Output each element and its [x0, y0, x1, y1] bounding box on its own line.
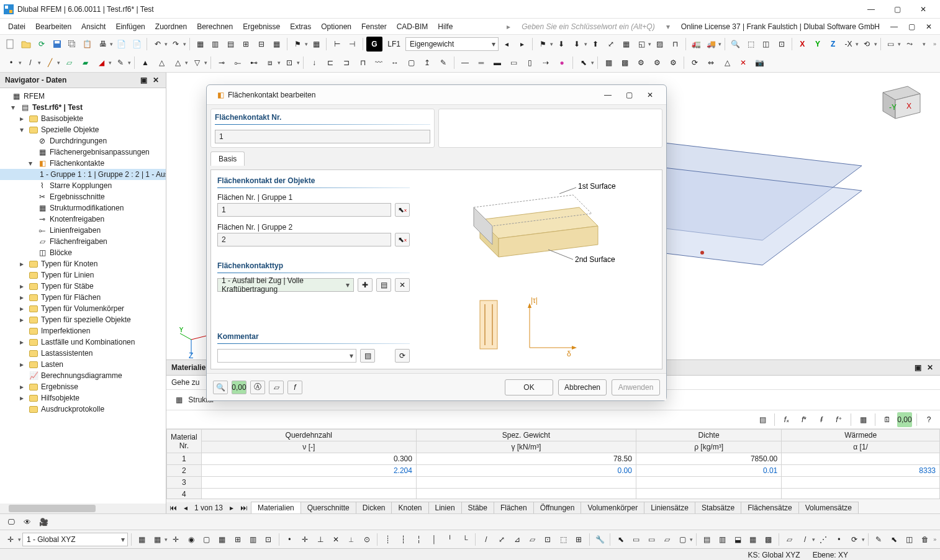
hatch-icon[interactable]: ▨ [653, 37, 667, 52]
wrench-icon[interactable]: 🔧 [593, 532, 607, 547]
node-icon[interactable]: • [4, 55, 19, 70]
sup2-icon[interactable]: △ [154, 55, 169, 70]
s2-icon[interactable]: ✛ [298, 532, 312, 547]
s1-icon[interactable]: • [282, 532, 297, 547]
mv3-icon[interactable]: △ [720, 55, 734, 70]
g-badge[interactable]: G [366, 37, 383, 52]
surf-icon[interactable]: ▱ [61, 55, 76, 70]
gear-icon[interactable]: ⚙ [633, 55, 648, 70]
sup3-icon[interactable]: △ [170, 55, 185, 70]
print-icon[interactable]: 🖶 [96, 37, 110, 52]
zoom-icon[interactable]: 🔍 [728, 37, 743, 52]
tree-basis[interactable]: ▸Basisobjekte [0, 113, 166, 124]
new-icon[interactable] [4, 37, 18, 52]
nav-close-icon[interactable]: ✕ [151, 75, 161, 85]
mat-close-icon[interactable]: ✕ [925, 363, 935, 373]
load4-icon[interactable]: ⤢ [603, 37, 618, 52]
tree-rfem[interactable]: ▦RFEM [0, 91, 166, 102]
iso-icon[interactable]: ⬚ [744, 37, 758, 52]
s3-icon[interactable]: ⊥ [314, 532, 328, 547]
camera2-icon[interactable]: 🎥 [36, 515, 51, 530]
tree-starre[interactable]: ⌇Starre Kopplungen [0, 180, 166, 191]
arrow-icon[interactable]: ↔ [387, 55, 402, 70]
paste-icon[interactable]: 📋 [81, 37, 95, 52]
table-icon[interactable]: ▦ [309, 37, 323, 52]
tree-ausdruck[interactable]: Ausdruckprotokolle [0, 404, 166, 415]
dir-icon[interactable]: ↓ [307, 55, 322, 70]
menu-datei[interactable]: Datei [4, 20, 30, 33]
cs-combo[interactable]: 1 - Global XYZ [22, 533, 128, 546]
menu-bearbeiten[interactable]: Bearbeiten [31, 20, 76, 33]
tabs-last[interactable]: ⏭ [237, 502, 251, 513]
tree-flaechenfreigaben[interactable]: ▱Flächenfreigaben [0, 236, 166, 247]
tree-typen-staebe[interactable]: ▸Typen für Stäbe [0, 281, 166, 292]
load3-icon[interactable]: ⬆ [589, 37, 603, 52]
tree-durchdringungen[interactable]: ⊘Durchdringungen [0, 135, 166, 147]
mesh2-icon[interactable]: ▩ [617, 55, 632, 70]
persp-icon[interactable]: ◫ [759, 37, 774, 52]
grid-icon[interactable]: ▦ [619, 37, 633, 52]
mat-tab-icon[interactable]: ▦ [856, 412, 870, 427]
dialog-max-icon[interactable]: ▢ [619, 86, 639, 104]
cross-icon[interactable]: ✛ [169, 532, 183, 547]
nav-hscroll[interactable] [0, 504, 166, 513]
x4-icon[interactable]: ▦ [746, 532, 761, 547]
q1-icon[interactable]: ✎ [872, 532, 886, 547]
keyword-search[interactable]: Geben Sie ein Schlüsselwort ein (Alt+Q) [517, 20, 659, 33]
p5-icon[interactable]: ⟳ [847, 532, 862, 547]
b2-icon[interactable]: ▦ [150, 532, 165, 547]
save-icon[interactable] [50, 37, 64, 52]
tree-hilfsobjekte[interactable]: ▸Hilfsobjekte [0, 392, 166, 404]
l2-icon[interactable]: ═ [474, 55, 489, 70]
cz-icon[interactable]: Z [826, 37, 840, 52]
tree-flaechenergebnis[interactable]: ▦Flächenergebnisanpassungen [0, 147, 166, 158]
win5-icon[interactable]: ⊟ [255, 37, 269, 52]
rel4-icon[interactable]: ⧈ [263, 55, 278, 70]
grp1-pick-icon[interactable]: ⬉x [395, 203, 410, 217]
ok-button[interactable]: OK [505, 379, 553, 395]
m2-icon[interactable]: ⤢ [494, 532, 508, 547]
foot-units-icon[interactable]: 0,00 [232, 381, 246, 394]
tab-volumen[interactable]: Volumenkörper [581, 502, 644, 513]
tab-knoten[interactable]: Knoten [391, 502, 428, 513]
section-icon[interactable]: ⊓ [668, 37, 682, 52]
view-cube[interactable]: -Y X [870, 80, 925, 125]
sel2-icon[interactable]: ▭ [629, 532, 643, 547]
d1-icon[interactable]: ┊ [381, 532, 395, 547]
b8-icon[interactable]: ▥ [246, 532, 260, 547]
layer-icon[interactable]: ▭ [884, 37, 898, 52]
l1-icon[interactable]: ― [458, 55, 472, 70]
grp1-input[interactable] [217, 203, 391, 217]
axis2-icon[interactable]: ⊣ [345, 37, 359, 52]
m7-icon[interactable]: ⊞ [572, 532, 586, 547]
tree-lastfaelle[interactable]: ▸Lastfälle und Kombinationen [0, 336, 166, 348]
struct-icon[interactable]: ▦ [171, 392, 186, 407]
rot-icon[interactable]: ⟲ [860, 37, 874, 52]
tab-querschnitte[interactable]: Querschnitte [301, 502, 356, 513]
cs-icon[interactable]: ✛ [4, 532, 18, 547]
foot-fx-icon[interactable]: f [287, 381, 302, 394]
cnx-icon[interactable]: -X [841, 37, 856, 52]
eye-icon[interactable]: 👁 [20, 515, 35, 530]
line-icon[interactable]: / [23, 55, 38, 70]
report-icon[interactable]: 📄 [114, 37, 129, 52]
loadcase-combo[interactable]: Eigengewicht [405, 37, 499, 51]
m1-icon[interactable]: / [479, 532, 493, 547]
flag-icon[interactable]: ⚑ [291, 37, 305, 52]
monitor-icon[interactable]: 🖵 [4, 515, 19, 530]
tree-lasten[interactable]: ▸Lasten [0, 359, 166, 370]
mdi-min-icon[interactable]: ― [887, 19, 902, 34]
copy-icon[interactable]: ⿻ [65, 37, 79, 52]
mv2-icon[interactable]: ⇔ [703, 55, 718, 70]
tree-knotenfreigaben[interactable]: ⊸Knotenfreigaben [0, 214, 166, 225]
win3-icon[interactable]: ▤ [224, 37, 238, 52]
maximize-button[interactable]: ▢ [884, 0, 910, 19]
tab-flaechensaetze[interactable]: Flächensätze [741, 502, 798, 513]
sel4-icon[interactable]: ▱ [660, 532, 674, 547]
mat-t1-icon[interactable]: ▤ [755, 412, 770, 427]
d2-icon[interactable]: ┆ [396, 532, 410, 547]
report2-icon[interactable]: 📄 [130, 37, 144, 52]
q3-icon[interactable]: ◫ [902, 532, 916, 547]
mesh1-icon[interactable]: ▦ [601, 55, 616, 70]
tree-ergebnisschnitte[interactable]: ✂Ergebnisschnitte [0, 191, 166, 202]
